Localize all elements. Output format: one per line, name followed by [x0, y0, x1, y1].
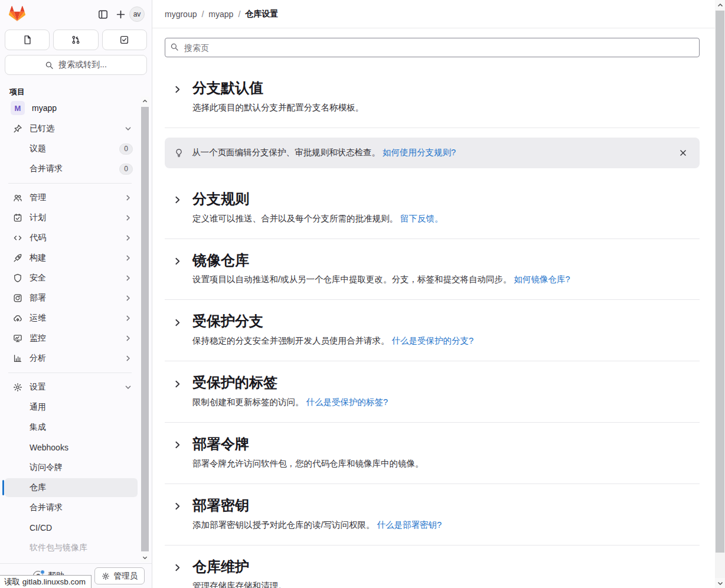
expand-section-button[interactable]: [169, 254, 185, 269]
chevron-right-icon: [173, 257, 182, 266]
section-help-link[interactable]: 留下反馈。: [400, 214, 443, 223]
chevron-right-icon: [125, 214, 132, 221]
branch-rules-tip-alert: 从一个页面编辑分支保护、审批规则和状态检查。 如何使用分支规则?: [165, 138, 700, 168]
merge-request-icon: [71, 35, 81, 45]
sidebar-item-访问令牌[interactable]: 访问令牌: [5, 458, 138, 477]
chevron-right-icon: [173, 440, 182, 449]
section-help-link[interactable]: 什么是受保护的标签?: [306, 397, 388, 407]
sidebar-item-管理[interactable]: 管理: [5, 188, 138, 207]
sidebar-project-item[interactable]: M myapp: [5, 98, 138, 118]
sidebar-item-ci-cd[interactable]: CI/CD: [5, 518, 138, 537]
window-scrollbar[interactable]: [715, 0, 725, 588]
sidebar-item-label: 构建: [30, 253, 125, 263]
project-name: myapp: [32, 103, 57, 113]
notification-dot: [40, 570, 45, 574]
create-new-button[interactable]: [112, 5, 129, 23]
chevron-right-icon: [125, 194, 132, 201]
sidebar-item-webhooks[interactable]: Webhooks: [5, 438, 138, 457]
lightbulb-icon: [174, 148, 184, 158]
sidebar-item-设置[interactable]: 设置: [5, 378, 138, 397]
sidebar: av 搜索或转到...: [0, 0, 152, 588]
calendar-icon: [13, 213, 22, 223]
chevron-right-icon: [173, 380, 182, 388]
scroll-down-icon[interactable]: [141, 553, 149, 562]
section-title: 分支规则: [192, 191, 443, 208]
sidebar-item-已钉选[interactable]: 已钉选: [5, 119, 138, 138]
section-help-link[interactable]: 什么是部署密钥?: [377, 520, 442, 530]
breadcrumb-separator: /: [238, 9, 240, 19]
chevron-down-icon: [125, 125, 132, 132]
plus-icon: [116, 9, 126, 19]
collapse-sidebar-button[interactable]: [94, 5, 112, 23]
code-icon: [13, 233, 22, 243]
scroll-up-icon[interactable]: [715, 0, 725, 10]
sidebar-item-分析[interactable]: 分析: [5, 349, 138, 368]
settings-section: 仓库维护管理存储库存储和清理。: [165, 545, 700, 588]
window-scrollbar-thumb[interactable]: [716, 11, 724, 553]
settings-section: 分支默认值选择此项目的默认分支并配置分支名称模板。: [165, 67, 700, 128]
section-description: 添加部署密钥以授予对此仓库的读/写访问权限。 什么是部署密钥?: [192, 520, 442, 531]
sidebar-item-label: 部署: [30, 293, 125, 303]
section-title: 仓库维护: [192, 558, 287, 576]
sidebar-item-label: 已钉选: [30, 123, 125, 134]
chevron-right-icon: [173, 85, 182, 94]
gear-icon: [13, 383, 22, 392]
sidebar-item-合并请求[interactable]: 合并请求0: [5, 159, 138, 178]
breadcrumb-project-link[interactable]: myapp: [208, 9, 233, 19]
breadcrumb-group-link[interactable]: mygroup: [165, 9, 197, 19]
sidebar-item-部署[interactable]: 部署: [5, 289, 138, 308]
expand-section-button[interactable]: [169, 315, 185, 330]
search-or-go-button[interactable]: 搜索或转到...: [5, 55, 147, 75]
user-avatar[interactable]: av: [129, 6, 145, 22]
monitor-icon: [13, 334, 22, 343]
sidebar-item-运维[interactable]: 运维: [5, 309, 138, 328]
main-area: mygroup / myapp / 仓库设置 分支默认值选择此项目的默认分支并配…: [152, 0, 725, 588]
gitlab-logo-icon[interactable]: [8, 6, 26, 22]
scroll-up-icon[interactable]: [141, 97, 149, 106]
section-description: 管理存储库存储和清理。: [192, 580, 287, 588]
settings-search-input[interactable]: [165, 38, 700, 57]
tip-alert-text: 从一个页面编辑分支保护、审批规则和状态检查。 如何使用分支规则?: [192, 147, 668, 158]
merge-requests-shortcut-button[interactable]: [53, 30, 98, 50]
sidebar-item-代码[interactable]: 代码: [5, 228, 138, 247]
sidebar-item-软件包与镜像库[interactable]: 软件包与镜像库: [5, 538, 138, 557]
sidebar-scrollbar-thumb[interactable]: [141, 107, 149, 551]
tip-alert-link[interactable]: 如何使用分支规则?: [383, 148, 456, 157]
sidebar-item-通用[interactable]: 通用: [5, 398, 138, 417]
sidebar-item-label: 分析: [30, 353, 125, 364]
sidebar-item-合并请求[interactable]: 合并请求: [5, 498, 138, 517]
expand-section-button[interactable]: [169, 499, 185, 514]
sidebar-toggle-icon: [98, 9, 108, 19]
expand-section-button[interactable]: [169, 81, 185, 97]
sidebar-item-监控[interactable]: 监控: [5, 329, 138, 348]
expand-section-button[interactable]: [169, 560, 185, 576]
shield-icon: [13, 273, 22, 283]
close-alert-button[interactable]: [676, 146, 690, 160]
sidebar-item-label: 通用: [30, 402, 133, 413]
sidebar-item-构建[interactable]: 构建: [5, 249, 138, 267]
deploy-icon: [13, 293, 22, 303]
issues-shortcut-button[interactable]: [5, 30, 50, 50]
todos-shortcut-button[interactable]: [102, 30, 147, 50]
expand-section-button[interactable]: [169, 376, 185, 391]
search-or-go-label: 搜索或转到...: [58, 60, 107, 70]
sidebar-item-计划[interactable]: 计划: [5, 208, 138, 227]
sidebar-scrollbar[interactable]: [141, 97, 149, 562]
chevron-right-icon: [173, 502, 182, 511]
section-help-link[interactable]: 什么是受保护的分支?: [392, 336, 474, 345]
section-title: 部署密钥: [192, 497, 442, 514]
search-icon: [170, 43, 179, 51]
sidebar-item-仓库[interactable]: 仓库: [5, 478, 138, 497]
expand-section-button[interactable]: [169, 437, 185, 453]
rocket-icon: [13, 253, 22, 263]
expand-section-button[interactable]: [169, 192, 185, 208]
sidebar-item-集成[interactable]: 集成: [5, 418, 138, 437]
sidebar-item-议题[interactable]: 议题0: [5, 139, 138, 158]
section-help-link[interactable]: 如何镜像仓库?: [514, 275, 570, 284]
section-title: 部署令牌: [192, 436, 424, 453]
section-description: 限制创建和更新标签的访问。 什么是受保护的标签?: [192, 397, 388, 408]
admin-area-button[interactable]: 管理员: [94, 567, 145, 584]
sidebar-item-label: 管理: [30, 192, 125, 203]
sidebar-item-安全[interactable]: 安全: [5, 269, 138, 288]
scroll-down-icon[interactable]: [715, 578, 725, 588]
